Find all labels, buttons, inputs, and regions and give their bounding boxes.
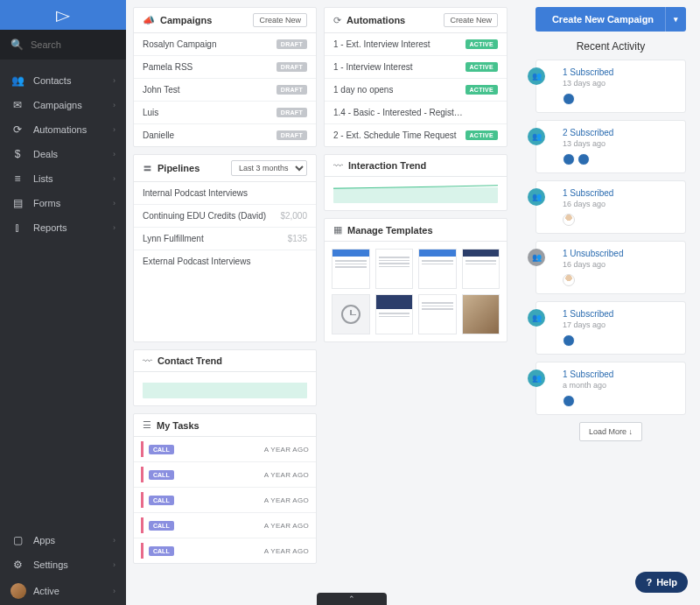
sidebar-item-campaigns[interactable]: ✉Campaigns› [0,93,126,117]
chevron-right-icon: › [113,536,116,545]
automations-create-button[interactable]: Create New [444,13,498,27]
sidebar-item-reports[interactable]: ⫿Reports› [0,215,126,240]
help-button[interactable]: ? Help [635,572,688,593]
chevron-right-icon: › [113,76,116,85]
sidebar-item-lists[interactable]: ≡Lists› [0,166,126,191]
campaign-name: Rosalyn Campaign [143,39,217,49]
pipeline-row[interactable]: External Podcast Interviews [134,250,316,272]
activity-item[interactable]: 👥2 Subscribed13 days ago [536,120,686,173]
tasks-icon: ☰ [143,419,151,431]
chevron-down-icon[interactable]: ▾ [665,7,686,32]
task-row[interactable]: CALLA YEAR AGO [134,488,316,513]
contact-trend-card: 〰 Contact Trend [133,349,317,406]
task-priority-bar [141,467,144,482]
pipeline-name: Internal Podcast Interviews [143,188,248,198]
tasks-card: ☰ My Tasks CALLA YEAR AGOCALLA YEAR AGOC… [133,413,317,564]
task-row[interactable]: CALLA YEAR AGO [134,538,316,563]
sidebar-item-forms[interactable]: ▤Forms› [0,191,126,215]
template-thumb[interactable] [418,294,457,334]
sidebar: ▷ 🔍 👥Contacts›✉Campaigns›⟳Automations›$D… [0,0,126,605]
nav-label: Forms [33,198,60,208]
interaction-trend-card: 〰 Interaction Trend [324,154,508,211]
automation-row[interactable]: 1 - Interview InterestACTIVE [325,56,507,79]
template-thumb[interactable] [375,249,414,289]
avatar [578,153,590,165]
status-badge: ACTIVE [466,130,498,140]
status-badge: ACTIVE [466,39,498,49]
campaign-name: John Test [143,85,180,95]
templates-icon: ▦ [333,224,342,236]
task-row[interactable]: CALLA YEAR AGO [134,437,316,462]
campaign-row[interactable]: Pamela RSSDRAFT [134,56,316,79]
pipeline-row[interactable]: Internal Podcast Interviews [134,182,316,205]
search-bar[interactable]: 🔍 [0,30,126,60]
activity-item[interactable]: 👥1 Subscribed13 days ago [536,60,686,113]
avatar [563,93,575,105]
chevron-right-icon: › [113,174,116,183]
task-tag: CALL [149,445,174,454]
campaign-row[interactable]: LuisDRAFT [134,102,316,124]
campaigns-create-button[interactable]: Create New [253,13,307,27]
campaign-row[interactable]: Rosalyn CampaignDRAFT [134,33,316,56]
task-row[interactable]: CALLA YEAR AGO [134,513,316,538]
template-thumb[interactable] [462,294,500,334]
search-input[interactable] [31,39,116,50]
nav-icon: ⫿ [10,222,24,234]
campaigns-title: Campaigns [160,15,212,25]
pipelines-filter-select[interactable]: Last 3 months [231,160,307,176]
sidebar-item-contacts[interactable]: 👥Contacts› [0,68,126,93]
activity-type-icon: 👥 [528,128,545,145]
status-badge: DRAFT [276,39,307,49]
sidebar-item-apps[interactable]: ▢Apps› [0,528,126,552]
nav-label: Campaigns [33,100,82,110]
avatar [563,274,575,286]
recent-activity-title: Recent Activity [536,40,686,53]
activity-item[interactable]: 👥1 Subscribeda month ago [536,362,686,415]
template-thumb[interactable] [418,249,457,289]
automation-row[interactable]: 1 day no opensACTIVE [325,79,507,102]
template-thumb[interactable] [375,294,414,334]
logo-bar[interactable]: ▷ [0,0,126,30]
sidebar-item-settings[interactable]: ⚙Settings› [0,552,126,577]
avatar [563,334,575,347]
nav-label: Automations [33,124,87,135]
campaigns-card: 📣 Campaigns Create New Rosalyn CampaignD… [133,7,317,147]
nav-label: Contacts [33,75,71,86]
activity-item[interactable]: 👥1 Subscribed16 days ago [536,180,686,234]
activity-type-icon: 👥 [528,67,545,85]
task-priority-bar [141,441,144,457]
templates-card: ▦ Manage Templates [324,218,508,342]
create-campaign-button[interactable]: Create New Campaign ▾ [536,7,686,32]
sidebar-item-active[interactable]: Active› [0,577,126,605]
activity-item[interactable]: 👥1 Subscribed17 days ago [536,301,686,355]
task-row[interactable]: CALLA YEAR AGO [134,462,316,488]
bottom-expand-tab[interactable]: ⌃ [317,593,387,605]
template-thumb[interactable] [332,249,370,289]
task-tag: CALL [149,496,174,505]
activity-time: a month ago [563,381,678,390]
status-badge: DRAFT [276,62,307,72]
chevron-right-icon: › [113,101,116,109]
automation-row[interactable]: 1 - Ext. Interview InterestACTIVE [325,33,507,56]
automation-row[interactable]: 1.4 - Basic - Interested - Registered fo… [325,102,507,124]
template-thumb-pending[interactable] [332,294,370,334]
interaction-sparkline [333,184,498,203]
activity-title: 1 Subscribed [563,188,678,198]
sidebar-item-deals[interactable]: $Deals› [0,142,126,166]
pipeline-row[interactable]: Continuing EDU Credits (David)$2,000 [134,205,316,228]
pipeline-row[interactable]: Lynn Fulfillment$135 [134,228,316,250]
activity-item[interactable]: 👥1 Unsubscribed16 days ago [536,241,686,294]
avatar [563,153,575,165]
pipeline-name: Lynn Fulfillment [143,234,204,243]
pipeline-value: $135 [288,234,307,243]
sidebar-item-automations[interactable]: ⟳Automations› [0,117,126,142]
campaign-row[interactable]: DanielleDRAFT [134,124,316,146]
chevron-right-icon: › [113,560,116,569]
automation-row[interactable]: 2 - Ext. Schedule Time RequestACTIVE [325,124,507,146]
interaction-trend-title: Interaction Trend [348,160,426,171]
template-thumb[interactable] [462,249,500,289]
campaign-name: Pamela RSS [143,62,192,72]
activity-title: 1 Unsubscribed [563,249,678,258]
campaign-row[interactable]: John TestDRAFT [134,79,316,102]
load-more-button[interactable]: Load More ↓ [579,422,642,441]
